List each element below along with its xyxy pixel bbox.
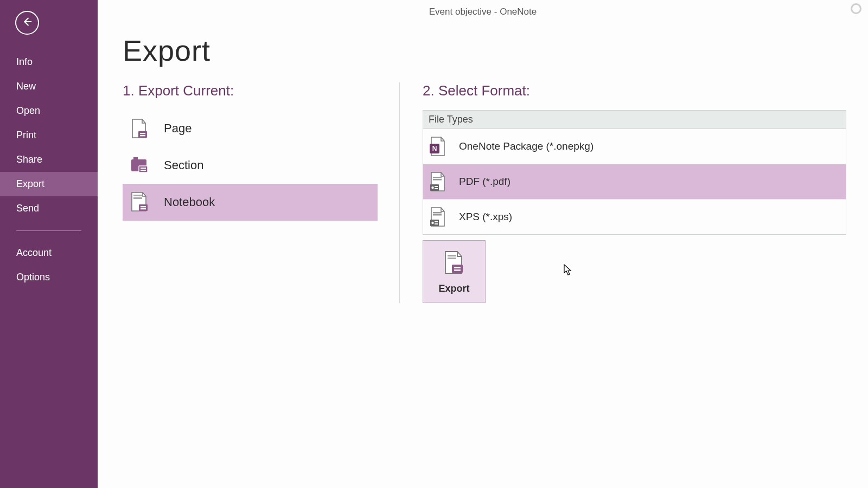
export-current-panel: 1. Export Current: Page Section Notebook [123,82,399,303]
svg-rect-17 [433,179,442,181]
nav-info[interactable]: Info [0,50,98,74]
svg-rect-2 [140,133,145,134]
svg-rect-9 [133,195,142,196]
file-types-label: File Types [423,110,846,129]
svg-rect-12 [141,206,146,207]
pdf-icon [429,171,448,192]
scope-page-label: Page [164,121,192,136]
svg-rect-27 [435,223,438,224]
svg-rect-23 [433,214,442,216]
scope-section[interactable]: Section [123,147,378,184]
nav-send[interactable]: Send [0,196,98,221]
nav-separator [16,230,81,231]
main-area: Event objective - OneNote Export 1. Expo… [98,0,868,488]
window-title: Event objective - OneNote [98,0,868,17]
filetype-onepkg[interactable]: N OneNote Package (*.onepkg) [423,129,846,164]
svg-rect-7 [141,168,146,169]
svg-rect-31 [454,267,461,268]
nav-print[interactable]: Print [0,123,98,147]
nav-new[interactable]: New [0,74,98,99]
svg-text:N: N [432,145,437,152]
svg-rect-29 [448,258,456,259]
filetype-pdf[interactable]: PDF (*.pdf) [423,164,846,199]
page-title: Export [123,34,868,67]
backstage-sidebar: Info New Open Print Share Export Send Ac… [0,0,98,488]
svg-rect-11 [139,204,148,211]
filetype-xps[interactable]: XPS (*.xps) [423,199,846,234]
svg-rect-26 [435,221,438,222]
svg-rect-5 [133,157,138,160]
export-button[interactable]: Export [423,240,486,303]
svg-point-19 [431,187,433,189]
svg-rect-21 [435,188,438,189]
nav-export[interactable]: Export [0,172,98,196]
svg-rect-28 [448,255,456,256]
back-arrow-icon [21,16,33,30]
svg-rect-10 [133,197,142,199]
export-button-label: Export [438,283,469,294]
page-icon [130,118,150,139]
svg-rect-22 [433,212,442,214]
svg-rect-6 [139,166,148,172]
export-current-heading: 1. Export Current: [123,82,378,99]
svg-rect-20 [435,186,438,187]
scope-page[interactable]: Page [123,110,378,147]
file-types-list: N OneNote Package (*.onepkg) PDF (*.pdf)… [423,129,846,235]
svg-rect-3 [140,135,145,136]
scope-section-label: Section [164,158,203,172]
svg-point-25 [431,222,433,224]
filetype-onepkg-label: OneNote Package (*.onepkg) [459,140,593,152]
onepkg-icon: N [429,136,448,157]
svg-rect-30 [452,265,463,273]
loading-spinner-icon [851,3,861,14]
scope-notebook[interactable]: Notebook [123,184,378,221]
svg-rect-16 [433,177,442,178]
nav-list: Info New Open Print Share Export Send Ac… [0,50,98,290]
select-format-panel: 2. Select Format: File Types N OneNote P… [399,82,846,303]
section-icon [130,155,150,176]
svg-rect-32 [454,269,461,271]
nav-open[interactable]: Open [0,99,98,123]
svg-rect-13 [141,208,146,209]
filetype-pdf-label: PDF (*.pdf) [459,176,510,188]
filetype-xps-label: XPS (*.xps) [459,211,512,223]
svg-rect-8 [141,170,146,171]
export-icon [441,249,467,278]
scope-notebook-label: Notebook [164,195,215,209]
select-format-heading: 2. Select Format: [423,82,846,99]
nav-options[interactable]: Options [0,265,98,290]
xps-icon [429,206,448,228]
nav-share[interactable]: Share [0,147,98,172]
nav-account[interactable]: Account [0,241,98,265]
notebook-icon [130,191,150,213]
back-button[interactable] [15,11,39,35]
svg-rect-1 [138,131,147,138]
